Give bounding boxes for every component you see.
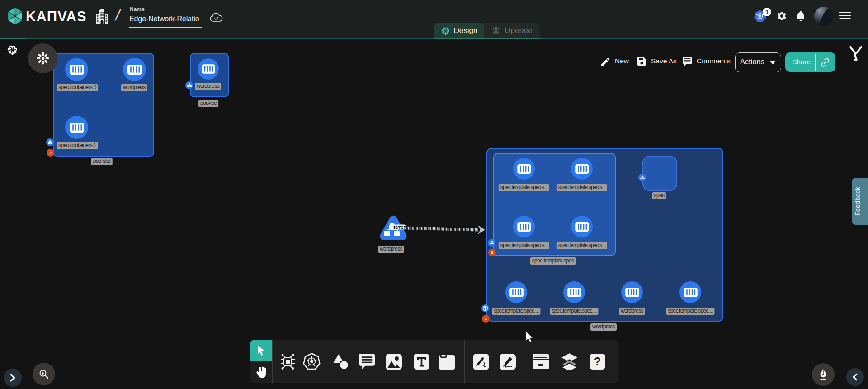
svg-text:80/TCP: 80/TCP — [393, 225, 406, 230]
svg-text:?: ? — [594, 355, 601, 368]
